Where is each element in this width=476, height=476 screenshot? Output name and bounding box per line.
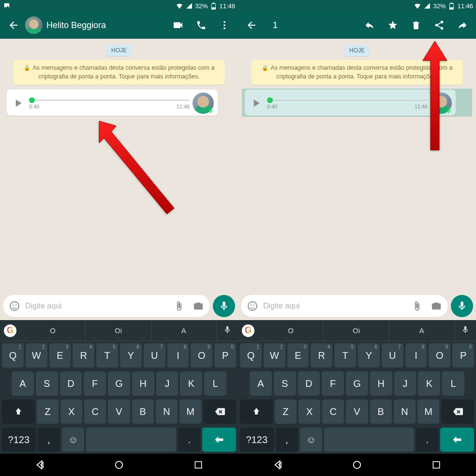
key-e[interactable]: E3 [287,343,309,368]
camera-button[interactable] [190,297,207,315]
key-h[interactable]: H [370,371,392,396]
key-j[interactable]: J [156,371,178,396]
share-button[interactable] [430,15,449,35]
voice-slider[interactable]: 0:40 11:46 [267,97,428,109]
suggestion-2[interactable]: Oi [324,320,389,341]
key-x[interactable]: X [298,399,320,424]
key-d[interactable]: D [298,371,320,396]
key-c[interactable]: C [84,399,106,424]
message-input[interactable] [25,302,168,310]
emoji-key[interactable]: ☺ [300,428,322,452]
nav-home-button[interactable] [342,460,372,470]
menu-button[interactable] [215,15,234,35]
attach-button[interactable] [170,297,188,315]
space-key[interactable] [86,428,176,452]
key-s[interactable]: S [274,371,296,396]
key-v[interactable]: V [108,399,130,424]
back-button[interactable] [242,15,261,35]
nav-recent-button[interactable] [422,460,451,470]
back-button[interactable] [4,15,23,35]
key-w[interactable]: W2 [26,343,47,368]
key-z[interactable]: Z [275,399,297,424]
forward-button[interactable] [453,15,472,35]
delete-button[interactable] [406,15,426,35]
key-o[interactable]: O9 [191,343,212,368]
key-p[interactable]: P0 [214,343,236,368]
key-j[interactable]: J [394,371,416,396]
key-t[interactable]: T5 [96,343,118,368]
key-m[interactable]: M [179,399,201,424]
key-i[interactable]: I8 [167,343,189,368]
reply-button[interactable] [360,15,379,35]
key-o[interactable]: O9 [429,343,450,368]
contact-name[interactable]: Helito Beggiora [46,20,164,31]
suggestion-1[interactable]: O [20,320,86,341]
message-input[interactable] [263,302,406,310]
voice-typing-button[interactable] [217,325,238,336]
enter-key[interactable] [202,428,236,452]
suggestion-2[interactable]: Oi [86,320,151,341]
key-s[interactable]: S [36,371,58,396]
key-x[interactable]: X [60,399,82,424]
key-n[interactable]: N [156,399,178,424]
backspace-key[interactable] [441,399,474,424]
key-q[interactable]: Q1 [240,343,262,368]
emoji-key[interactable]: ☺ [62,428,84,452]
period-key[interactable]: . [416,428,438,452]
key-d[interactable]: D [60,371,82,396]
key-r[interactable]: R4 [311,343,332,368]
key-k[interactable]: K [418,371,440,396]
key-p[interactable]: P0 [452,343,474,368]
backspace-key[interactable] [203,399,236,424]
comma-key[interactable]: , [276,428,298,452]
key-h[interactable]: H [132,371,154,396]
key-k[interactable]: K [180,371,202,396]
camera-button[interactable] [428,297,445,315]
key-t[interactable]: T5 [334,343,356,368]
enter-key[interactable] [440,428,474,452]
key-u[interactable]: U7 [382,343,403,368]
play-button[interactable] [248,95,264,111]
space-key[interactable] [324,428,414,452]
voice-message-bubble[interactable]: 0:40 11:46 [7,90,218,116]
attach-button[interactable] [408,297,426,315]
shift-key[interactable] [2,399,35,424]
key-z[interactable]: Z [37,399,59,424]
google-logo-icon[interactable]: G [242,324,254,337]
key-m[interactable]: M [417,399,439,424]
key-c[interactable]: C [322,399,344,424]
key-y[interactable]: Y6 [358,343,380,368]
voice-typing-button[interactable] [455,325,476,336]
play-button[interactable] [10,95,26,111]
record-voice-button[interactable] [213,295,235,317]
key-a[interactable]: A [12,371,34,396]
key-e[interactable]: E3 [49,343,71,368]
record-voice-button[interactable] [451,295,473,317]
key-l[interactable]: L [442,371,464,396]
key-a[interactable]: A [250,371,272,396]
emoji-button[interactable] [6,297,23,315]
nav-back-button[interactable] [263,460,292,470]
key-v[interactable]: V [346,399,368,424]
symbols-key[interactable]: ?123 [2,428,36,452]
nav-recent-button[interactable] [184,460,213,470]
key-i[interactable]: I8 [405,343,427,368]
key-y[interactable]: Y6 [120,343,142,368]
nav-home-button[interactable] [104,460,134,470]
voice-message-bubble[interactable]: 0:40 11:46 [245,90,456,116]
encryption-notice[interactable]: 🔒 As mensagens e chamadas desta conversa… [251,60,463,85]
key-n[interactable]: N [394,399,416,424]
key-r[interactable]: R4 [73,343,94,368]
message-row[interactable]: 0:40 11:46 [4,89,234,117]
key-b[interactable]: B [370,399,392,424]
comma-key[interactable]: , [38,428,60,452]
key-q[interactable]: Q1 [2,343,24,368]
period-key[interactable]: . [178,428,200,452]
key-f[interactable]: F [322,371,344,396]
suggestion-1[interactable]: O [258,320,324,341]
key-b[interactable]: B [132,399,154,424]
video-call-button[interactable] [168,15,188,35]
google-logo-icon[interactable]: G [4,324,16,337]
key-u[interactable]: U7 [144,343,165,368]
symbols-key[interactable]: ?123 [240,428,274,452]
